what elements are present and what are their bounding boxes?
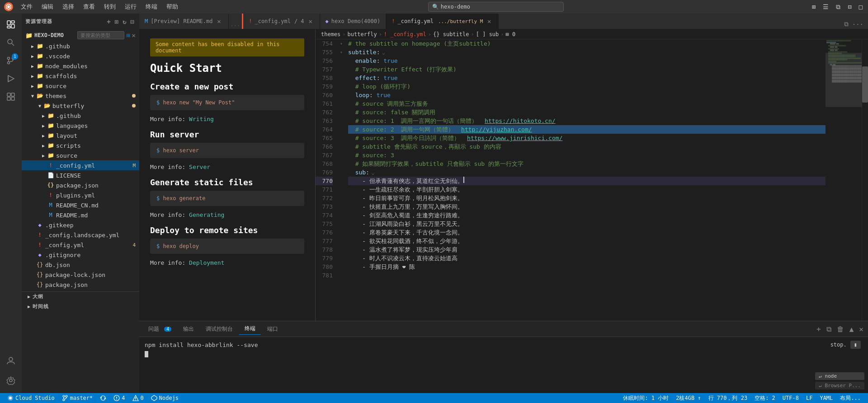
tab-preview-readme[interactable]: M [Preview] README.md ✕ — [139, 14, 229, 29]
breadcrumb-sub[interactable]: [ ] sub — [476, 31, 499, 37]
git-branch-item[interactable]: master* — [58, 393, 97, 403]
tree-item-themes[interactable]: ▼ 📂 themes — [22, 91, 139, 101]
run-activity-btn[interactable] — [2, 70, 20, 88]
layout-item[interactable]: 布局... — [836, 394, 864, 402]
config-butterfly-close[interactable]: ✕ — [486, 18, 493, 25]
line-ending-item[interactable]: LF — [802, 395, 816, 401]
tree-item-package-root[interactable]: ▶ {} package.json — [22, 280, 139, 290]
breadcrumb-themes[interactable]: themes — [321, 31, 340, 37]
tree-item-plugins-yml[interactable]: ▶ ! plugins.yml — [22, 190, 139, 200]
menu-view[interactable]: 查看 — [80, 2, 99, 12]
panel-tab-terminal[interactable]: 终端 — [239, 323, 261, 335]
customize-layout-btn[interactable]: ⊞ — [810, 2, 817, 11]
resources-item[interactable]: 2核4GB ↑ — [672, 394, 704, 402]
tree-item-timeline[interactable]: ▶ 时间线 — [22, 301, 139, 311]
stop-button[interactable]: ▮ — [850, 341, 861, 349]
tree-item-gitignore[interactable]: ▶ ◆ .gitignore — [22, 250, 139, 260]
tab-config-butterfly[interactable]: ! _config.yml .../butterfly M ✕ — [386, 14, 499, 29]
tree-item-butterfly[interactable]: ▼ 📂 butterfly — [22, 101, 139, 111]
encoding-item[interactable]: UTF-8 — [779, 395, 802, 401]
menu-terminal[interactable]: 终端 — [142, 2, 161, 12]
scrollbar-thumb[interactable] — [862, 66, 868, 103]
tree-item-node-modules[interactable]: ▶ 📁 node_modules — [22, 61, 139, 71]
sync-item[interactable] — [96, 393, 110, 403]
new-file-btn[interactable]: + — [106, 17, 112, 26]
menu-run[interactable]: 运行 — [121, 2, 140, 12]
global-search-box[interactable]: 🔍 hexo-demo — [428, 2, 564, 12]
menu-select[interactable]: 选择 — [59, 2, 78, 12]
tree-item-db-json[interactable]: ▶ {} db.json — [22, 260, 139, 270]
fold-indicator-769[interactable]: ▾ — [338, 48, 344, 56]
panel-tab-ports[interactable]: 端口 — [262, 323, 283, 335]
refresh-btn[interactable]: ↻ — [122, 17, 127, 26]
settings-activity-btn[interactable] — [2, 371, 20, 389]
idle-time-item[interactable]: 休眠时间: 1 小时 — [619, 394, 672, 402]
tree-item-config-yml[interactable]: ▶ ! _config.yml M — [22, 160, 139, 170]
tree-item-package-json[interactable]: ▶ {} package.json — [22, 180, 139, 190]
accounts-activity-btn[interactable] — [2, 351, 20, 370]
warnings-item[interactable]: 0 — [129, 393, 147, 403]
panel-tab-debug[interactable]: 调试控制台 — [200, 323, 238, 335]
tree-item-config-landscape[interactable]: ▶ ! _config.landscape.yml — [22, 230, 139, 240]
source-control-activity-btn[interactable]: 1 — [2, 52, 20, 70]
config-4-tab-close[interactable]: ✕ — [307, 18, 314, 25]
writing-link[interactable]: Writing — [189, 116, 214, 122]
tree-item-readme-cn[interactable]: ▶ M README_CN.md — [22, 200, 139, 210]
toggle-panel-btn[interactable]: ⊟ — [846, 2, 853, 11]
menu-goto[interactable]: 转到 — [100, 2, 119, 12]
tree-item-source[interactable]: ▶ 📁 source — [22, 81, 139, 91]
panel-tab-output[interactable]: 输出 — [178, 323, 199, 335]
scrollbar-indicator[interactable] — [862, 39, 868, 321]
tree-item-license[interactable]: ▶ 📄 LICENSE — [22, 170, 139, 180]
deployment-link[interactable]: Deployment — [189, 259, 224, 266]
terminal-content[interactable]: npm install hexo-abbrlink --save — [139, 337, 868, 393]
split-editor-right-btn[interactable]: ⧉ — [843, 19, 849, 29]
language-mode-item[interactable]: YAML — [816, 395, 836, 401]
menu-help[interactable]: 帮助 — [163, 2, 182, 12]
errors-item[interactable]: 4 — [110, 393, 128, 403]
new-folder-btn[interactable]: ⊞ — [114, 17, 120, 26]
menu-edit[interactable]: 编辑 — [38, 2, 57, 12]
nodejs-item[interactable]: Nodejs — [147, 393, 182, 403]
maximize-panel-btn[interactable]: ▲ — [849, 324, 855, 334]
tree-item-bf-source[interactable]: ▶ 📁 source — [22, 150, 139, 160]
tree-item-bf-github[interactable]: ▶ 📁 .github — [22, 111, 139, 121]
code-content[interactable]: # the subtitle on homepage (主页subtitle) … — [344, 39, 826, 321]
generating-link[interactable]: Generating — [189, 211, 224, 218]
breadcrumb-index[interactable]: ⊞ 0 — [506, 31, 516, 37]
node-session-btn[interactable]: ↵ node — [815, 372, 864, 380]
tree-item-scripts[interactable]: ▶ 📁 scripts — [22, 141, 139, 150]
root-folder-label[interactable]: HEXO-DEMO — [34, 32, 75, 38]
more-actions-btn[interactable]: ··· — [851, 20, 864, 29]
breadcrumb-config[interactable]: ! _config.yml — [384, 31, 426, 37]
close-panel-btn[interactable]: ✕ — [858, 324, 864, 334]
collapse-all-btn[interactable]: ⊟ — [130, 17, 136, 26]
tree-item-scaffolds[interactable]: ▶ 📁 scaffolds — [22, 71, 139, 81]
tab-overflow-btn[interactable]: ··· — [229, 23, 242, 29]
indentation-item[interactable]: 空格: 2 — [751, 394, 779, 402]
cloud-studio-item[interactable]: Cloud Studio — [4, 393, 58, 403]
maximize-btn[interactable]: □ — [857, 2, 864, 11]
tree-item-package-lock[interactable]: ▶ {} package-lock.json — [22, 270, 139, 280]
tab-config-4[interactable]: ! _config.yml / 4 ✕ — [242, 14, 320, 29]
search-activity-btn[interactable] — [2, 33, 20, 52]
tree-item-gitkeep[interactable]: ▶ ◆ .gitkeep — [22, 220, 139, 230]
add-terminal-btn[interactable]: + — [816, 324, 822, 334]
tree-item-layout[interactable]: ▶ 📁 layout — [22, 131, 139, 141]
breadcrumb-subtitle[interactable]: {} subtitle — [433, 31, 469, 37]
cursor-pos-item[interactable]: 行 770，列 23 — [705, 394, 751, 402]
tree-item-github[interactable]: ▶ 📁 .github — [22, 41, 139, 51]
breadcrumb-butterfly[interactable]: butterfly — [348, 31, 377, 37]
panel-tab-problems[interactable]: 问题 4 — [143, 323, 177, 335]
tree-item-languages[interactable]: ▶ 📁 languages — [22, 121, 139, 131]
kill-terminal-btn[interactable]: 🗑 — [836, 324, 845, 334]
browser-session-btn[interactable]: ↵ Browser P... — [815, 382, 864, 389]
tree-item-config-root[interactable]: ▶ ! _config.yml 4 — [22, 240, 139, 250]
tree-item-readme[interactable]: ▶ M README.md — [22, 210, 139, 220]
preview-tab-close[interactable]: ✕ — [216, 18, 223, 25]
toggle-sidebar-btn[interactable]: ☰ — [821, 2, 830, 11]
clear-search-btn[interactable]: ✕ — [132, 32, 136, 39]
explorer-activity-btn[interactable] — [2, 15, 20, 33]
extensions-activity-btn[interactable] — [2, 88, 20, 106]
server-link[interactable]: Server — [189, 164, 210, 170]
